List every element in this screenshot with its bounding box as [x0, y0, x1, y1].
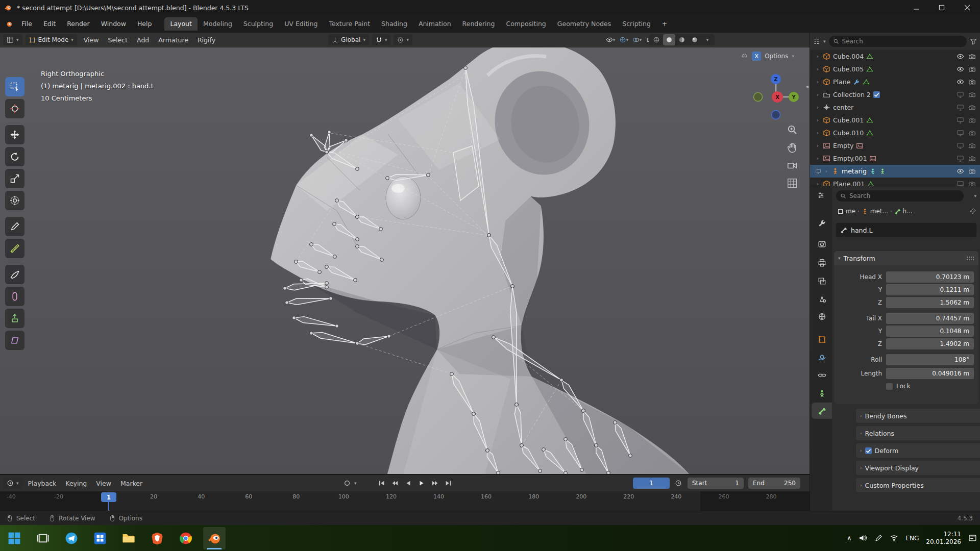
shading-material-button[interactable]: [676, 34, 688, 45]
clock-icon[interactable]: [675, 480, 682, 487]
timeline-menu-keying[interactable]: Keying: [61, 480, 91, 487]
draw-tool[interactable]: [5, 265, 24, 284]
network-icon[interactable]: [890, 534, 898, 542]
outliner-item-cube-005[interactable]: ›Cube.005: [810, 63, 980, 76]
viewport-menu-add[interactable]: Add: [132, 36, 154, 44]
expand-chevron-icon[interactable]: ›: [815, 142, 820, 149]
disable-in-render-icon[interactable]: [968, 53, 976, 60]
outliner-search-input[interactable]: Search: [829, 36, 967, 47]
expand-chevron-icon[interactable]: ›: [815, 53, 820, 60]
outliner-item-empty[interactable]: ›Empty: [810, 139, 980, 152]
disable-in-render-icon[interactable]: [968, 104, 976, 111]
grid-ortho-icon[interactable]: [787, 178, 798, 189]
measure-tool[interactable]: [5, 239, 24, 258]
navigation-gizmo[interactable]: Z Y X: [750, 72, 801, 123]
workspace-tab-animation[interactable]: Animation: [413, 17, 457, 31]
frame-end-field[interactable]: End250: [748, 478, 800, 489]
disable-in-viewport-icon[interactable]: [957, 91, 964, 98]
start-button[interactable]: [3, 527, 26, 549]
prev-keyframe-button[interactable]: [389, 478, 401, 489]
outliner-item-empty-001[interactable]: ›Empty.001: [810, 152, 980, 165]
visibility-eye-icon[interactable]: [957, 53, 964, 60]
mirror-x-toggle[interactable]: X: [752, 52, 761, 61]
visibility-eye-icon[interactable]: [957, 65, 964, 73]
transform-field-length[interactable]: 0.049016 m: [886, 368, 974, 379]
transform-orientation-selector[interactable]: Global ▾: [328, 34, 369, 45]
drag-grip-icon[interactable]: [966, 256, 974, 261]
transform-panel-header[interactable]: ▾ Transform: [834, 251, 978, 265]
properties-tab-physics[interactable]: [812, 349, 832, 365]
blender-menu-icon[interactable]: [5, 20, 13, 28]
disable-in-render-icon[interactable]: [968, 167, 976, 175]
workspace-tab-rendering[interactable]: Rendering: [457, 17, 501, 31]
outliner-item-collection-2[interactable]: ›Collection 2: [810, 88, 980, 101]
jump-to-start-button[interactable]: [376, 478, 388, 489]
properties-editor-icon[interactable]: [817, 191, 825, 199]
disable-in-viewport-icon[interactable]: [957, 104, 964, 111]
transform-field-head-x[interactable]: 0.70123 m: [886, 271, 974, 283]
workspace-tab-modeling[interactable]: Modeling: [198, 17, 238, 31]
properties-tab-constraints[interactable]: [812, 367, 832, 383]
disable-in-viewport-icon[interactable]: [957, 155, 964, 162]
play-button[interactable]: [415, 478, 428, 489]
outliner-item-plane[interactable]: ›Plane: [810, 76, 980, 88]
viewport-menu-armature[interactable]: Armature: [154, 36, 193, 44]
shear-tool[interactable]: [5, 331, 24, 350]
transform-field-z[interactable]: 1.5062 m: [886, 297, 974, 308]
properties-tab-object[interactable]: [812, 331, 832, 347]
workspace-tab-scripting[interactable]: Scripting: [617, 17, 656, 31]
section-relations[interactable]: ›Relations: [856, 426, 980, 440]
lock-checkbox[interactable]: [886, 383, 893, 390]
hidden-icons-chevron[interactable]: ∧: [847, 534, 852, 542]
disable-in-render-icon[interactable]: [968, 65, 976, 73]
maximize-button[interactable]: [929, 0, 954, 15]
gizmos-dropdown[interactable]: ▾: [618, 34, 630, 45]
disable-in-render-icon[interactable]: [968, 116, 976, 124]
section-custom-properties[interactable]: ›Custom Properties: [856, 478, 980, 492]
workspace-tab-layout[interactable]: Layout: [164, 17, 198, 31]
disable-in-viewport-icon[interactable]: [957, 180, 964, 186]
workspace-tab-geometry-nodes[interactable]: Geometry Nodes: [552, 17, 617, 31]
disable-in-render-icon[interactable]: [968, 129, 976, 137]
viewport-menu-select[interactable]: Select: [103, 36, 132, 44]
outliner-editor-icon[interactable]: [813, 38, 820, 45]
overlays-dropdown[interactable]: ▾: [631, 34, 643, 45]
workspace-tab-uv-editing[interactable]: UV Editing: [279, 17, 323, 31]
timeline-menu-marker[interactable]: Marker: [116, 480, 147, 487]
disable-in-viewport-icon[interactable]: [957, 116, 964, 124]
close-button[interactable]: [954, 0, 980, 15]
transform-field-tail-x[interactable]: 0.74457 m: [886, 313, 974, 324]
expand-chevron-icon[interactable]: ›: [815, 91, 820, 98]
play-reverse-button[interactable]: [402, 478, 414, 489]
properties-tab-data[interactable]: [812, 385, 832, 402]
properties-tab-bone[interactable]: [812, 403, 832, 419]
viewport-menu-rigify[interactable]: Rigify: [193, 36, 220, 44]
add-workspace-button[interactable]: +: [656, 18, 673, 30]
scale-tool[interactable]: [5, 169, 24, 188]
menu-help[interactable]: Help: [132, 18, 158, 30]
properties-tab-world[interactable]: [812, 308, 832, 324]
mail-app-button[interactable]: [89, 527, 111, 549]
timeline-menu-playback[interactable]: Playback: [23, 480, 61, 487]
outliner-item-metarig[interactable]: ›metarig: [810, 165, 980, 178]
disable-in-viewport-icon[interactable]: [957, 129, 964, 137]
disable-in-render-icon[interactable]: [968, 142, 976, 149]
brave-button[interactable]: [146, 527, 168, 549]
pan-hand-icon[interactable]: [787, 142, 798, 153]
viewport-3d[interactable]: Right Orthographic (1) metarig | metarig…: [0, 47, 810, 474]
next-keyframe-button[interactable]: [429, 478, 441, 489]
disable-in-viewport-icon[interactable]: [957, 142, 964, 149]
outliner-item-cube-004[interactable]: ›Cube.004: [810, 50, 980, 63]
camera-view-icon[interactable]: [787, 160, 798, 171]
options-dropdown[interactable]: Options: [765, 53, 788, 60]
mode-selector[interactable]: Edit Mode ▾: [26, 34, 77, 45]
expand-chevron-icon[interactable]: ›: [815, 79, 820, 85]
timeline-menu-view[interactable]: View: [91, 480, 116, 487]
properties-tab-tool[interactable]: [812, 215, 832, 231]
properties-tab-render[interactable]: [812, 236, 832, 252]
visibility-eye-icon[interactable]: [957, 167, 964, 175]
outliner-item-cube-001[interactable]: ›Cube.001: [810, 114, 980, 127]
clock[interactable]: 12:11 20.01.2026: [926, 531, 961, 546]
disable-in-render-icon[interactable]: [968, 91, 976, 98]
timeline-ruler[interactable]: 28026024022020018016014012010080604020-2…: [0, 491, 810, 511]
